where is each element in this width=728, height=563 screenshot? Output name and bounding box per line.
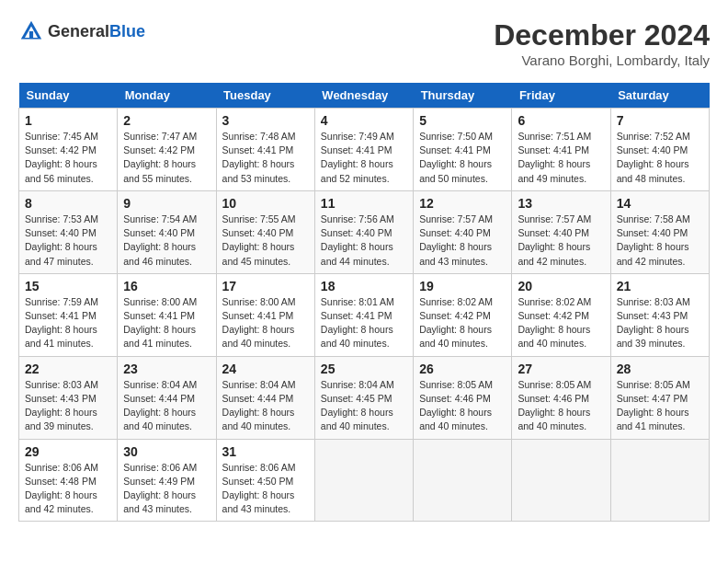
table-row: 31Sunrise: 8:06 AM Sunset: 4:50 PM Dayli…: [216, 439, 314, 522]
day-info: Sunrise: 8:06 AM Sunset: 4:50 PM Dayligh…: [222, 461, 309, 517]
day-number: 13: [518, 196, 604, 211]
table-row: 30Sunrise: 8:06 AM Sunset: 4:49 PM Dayli…: [118, 439, 216, 522]
day-number: 21: [617, 279, 703, 293]
day-number: 15: [25, 279, 111, 293]
day-number: 26: [419, 362, 506, 376]
calendar-table: Sunday Monday Tuesday Wednesday Thursday…: [18, 83, 710, 522]
logo: GeneralBlue: [18, 18, 145, 44]
calendar-header-row: Sunday Monday Tuesday Wednesday Thursday…: [19, 83, 710, 109]
day-number: 6: [518, 113, 604, 128]
header-saturday: Saturday: [610, 83, 709, 109]
day-info: Sunrise: 7:59 AM Sunset: 4:41 PM Dayligh…: [25, 295, 111, 351]
day-info: Sunrise: 8:02 AM Sunset: 4:42 PM Dayligh…: [518, 295, 604, 351]
header-monday: Monday: [118, 83, 216, 109]
table-row: 25Sunrise: 8:04 AM Sunset: 4:45 PM Dayli…: [314, 356, 413, 439]
table-row: 1Sunrise: 7:45 AM Sunset: 4:42 PM Daylig…: [19, 109, 118, 191]
table-row: 18Sunrise: 8:01 AM Sunset: 4:41 PM Dayli…: [314, 273, 413, 356]
day-number: 10: [222, 196, 309, 211]
table-row: 10Sunrise: 7:55 AM Sunset: 4:40 PM Dayli…: [216, 190, 314, 273]
day-info: Sunrise: 8:06 AM Sunset: 4:49 PM Dayligh…: [123, 461, 210, 517]
table-row: 11Sunrise: 7:56 AM Sunset: 4:40 PM Dayli…: [314, 190, 413, 273]
day-info: Sunrise: 7:45 AM Sunset: 4:42 PM Dayligh…: [25, 130, 111, 186]
day-number: 28: [617, 362, 703, 376]
header-thursday: Thursday: [414, 83, 512, 109]
day-info: Sunrise: 8:02 AM Sunset: 4:42 PM Dayligh…: [419, 295, 506, 351]
table-row: 9Sunrise: 7:54 AM Sunset: 4:40 PM Daylig…: [118, 190, 216, 273]
month-year-title: December 2024: [494, 18, 710, 52]
table-row: 8Sunrise: 7:53 AM Sunset: 4:40 PM Daylig…: [19, 190, 118, 273]
day-info: Sunrise: 8:04 AM Sunset: 4:45 PM Dayligh…: [321, 378, 407, 434]
day-info: Sunrise: 8:04 AM Sunset: 4:44 PM Dayligh…: [222, 378, 309, 434]
title-block: December 2024 Varano Borghi, Lombardy, I…: [494, 18, 710, 68]
day-number: 20: [518, 279, 604, 293]
day-info: Sunrise: 7:55 AM Sunset: 4:40 PM Dayligh…: [222, 213, 309, 269]
day-number: 11: [321, 196, 407, 211]
day-number: 1: [25, 113, 111, 128]
day-info: Sunrise: 7:48 AM Sunset: 4:41 PM Dayligh…: [222, 130, 309, 186]
day-info: Sunrise: 7:50 AM Sunset: 4:41 PM Dayligh…: [419, 130, 506, 186]
svg-rect-2: [29, 31, 33, 38]
header-tuesday: Tuesday: [216, 83, 314, 109]
table-row: 19Sunrise: 8:02 AM Sunset: 4:42 PM Dayli…: [414, 273, 512, 356]
table-row: 24Sunrise: 8:04 AM Sunset: 4:44 PM Dayli…: [216, 356, 314, 439]
calendar-week-row: 1Sunrise: 7:45 AM Sunset: 4:42 PM Daylig…: [19, 109, 710, 191]
calendar-week-row: 22Sunrise: 8:03 AM Sunset: 4:43 PM Dayli…: [19, 356, 710, 439]
day-info: Sunrise: 8:06 AM Sunset: 4:48 PM Dayligh…: [25, 461, 111, 517]
table-row: 4Sunrise: 7:49 AM Sunset: 4:41 PM Daylig…: [314, 109, 413, 191]
day-info: Sunrise: 7:56 AM Sunset: 4:40 PM Dayligh…: [321, 213, 407, 269]
day-info: Sunrise: 7:58 AM Sunset: 4:40 PM Dayligh…: [617, 213, 703, 269]
table-row: 22Sunrise: 8:03 AM Sunset: 4:43 PM Dayli…: [19, 356, 118, 439]
day-number: 17: [222, 279, 309, 293]
logo-blue-text: Blue: [109, 22, 145, 40]
day-info: Sunrise: 8:00 AM Sunset: 4:41 PM Dayligh…: [222, 295, 309, 351]
table-row: 26Sunrise: 8:05 AM Sunset: 4:46 PM Dayli…: [414, 356, 512, 439]
table-row: 27Sunrise: 8:05 AM Sunset: 4:46 PM Dayli…: [512, 356, 610, 439]
table-row: [314, 439, 413, 522]
day-number: 18: [321, 279, 407, 293]
day-info: Sunrise: 7:54 AM Sunset: 4:40 PM Dayligh…: [123, 213, 210, 269]
day-info: Sunrise: 7:52 AM Sunset: 4:40 PM Dayligh…: [617, 130, 703, 186]
day-number: 14: [617, 196, 703, 211]
day-info: Sunrise: 7:49 AM Sunset: 4:41 PM Dayligh…: [321, 130, 407, 186]
day-number: 9: [123, 196, 210, 211]
table-row: 16Sunrise: 8:00 AM Sunset: 4:41 PM Dayli…: [118, 273, 216, 356]
header-sunday: Sunday: [19, 83, 118, 109]
day-number: 29: [25, 444, 111, 459]
header-wednesday: Wednesday: [314, 83, 413, 109]
table-row: 3Sunrise: 7:48 AM Sunset: 4:41 PM Daylig…: [216, 109, 314, 191]
table-row: [414, 439, 512, 522]
day-info: Sunrise: 7:57 AM Sunset: 4:40 PM Dayligh…: [419, 213, 506, 269]
day-number: 8: [25, 196, 111, 211]
table-row: 23Sunrise: 8:04 AM Sunset: 4:44 PM Dayli…: [118, 356, 216, 439]
table-row: 15Sunrise: 7:59 AM Sunset: 4:41 PM Dayli…: [19, 273, 118, 356]
day-info: Sunrise: 7:47 AM Sunset: 4:42 PM Dayligh…: [123, 130, 210, 186]
day-info: Sunrise: 8:05 AM Sunset: 4:46 PM Dayligh…: [518, 378, 604, 434]
table-row: 21Sunrise: 8:03 AM Sunset: 4:43 PM Dayli…: [610, 273, 709, 356]
table-row: 28Sunrise: 8:05 AM Sunset: 4:47 PM Dayli…: [610, 356, 709, 439]
day-number: 7: [617, 113, 703, 128]
day-info: Sunrise: 8:01 AM Sunset: 4:41 PM Dayligh…: [321, 295, 407, 351]
table-row: 20Sunrise: 8:02 AM Sunset: 4:42 PM Dayli…: [512, 273, 610, 356]
day-info: Sunrise: 8:03 AM Sunset: 4:43 PM Dayligh…: [25, 378, 111, 434]
logo-general-text: General: [48, 22, 109, 40]
day-number: 24: [222, 362, 309, 376]
day-number: 12: [419, 196, 506, 211]
table-row: 7Sunrise: 7:52 AM Sunset: 4:40 PM Daylig…: [610, 109, 709, 191]
day-number: 3: [222, 113, 309, 128]
day-info: Sunrise: 8:03 AM Sunset: 4:43 PM Dayligh…: [617, 295, 703, 351]
day-number: 27: [518, 362, 604, 376]
table-row: 12Sunrise: 7:57 AM Sunset: 4:40 PM Dayli…: [414, 190, 512, 273]
day-info: Sunrise: 8:00 AM Sunset: 4:41 PM Dayligh…: [123, 295, 210, 351]
day-info: Sunrise: 7:51 AM Sunset: 4:41 PM Dayligh…: [518, 130, 604, 186]
day-number: 30: [123, 444, 210, 459]
table-row: 17Sunrise: 8:00 AM Sunset: 4:41 PM Dayli…: [216, 273, 314, 356]
table-row: 6Sunrise: 7:51 AM Sunset: 4:41 PM Daylig…: [512, 109, 610, 191]
table-row: 29Sunrise: 8:06 AM Sunset: 4:48 PM Dayli…: [19, 439, 118, 522]
day-number: 19: [419, 279, 506, 293]
day-info: Sunrise: 8:04 AM Sunset: 4:44 PM Dayligh…: [123, 378, 210, 434]
day-number: 16: [123, 279, 210, 293]
day-info: Sunrise: 8:05 AM Sunset: 4:47 PM Dayligh…: [617, 378, 703, 434]
header-friday: Friday: [512, 83, 610, 109]
day-number: 2: [123, 113, 210, 128]
table-row: [512, 439, 610, 522]
